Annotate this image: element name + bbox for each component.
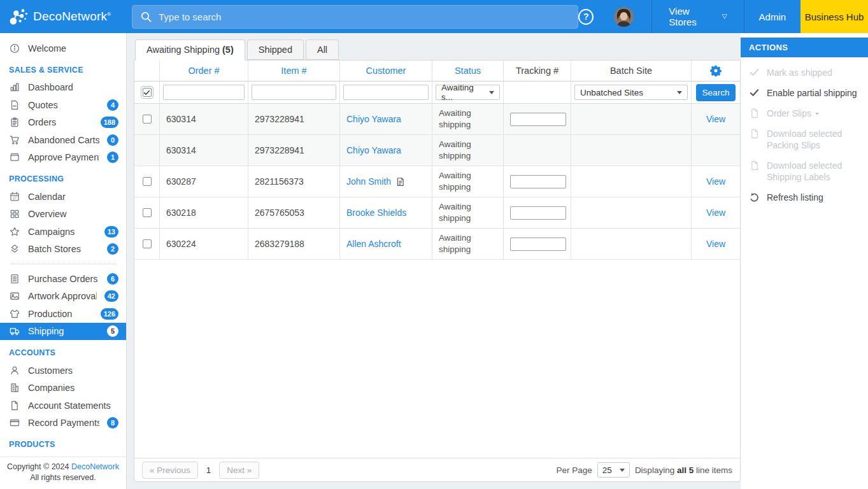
file-icon [749,128,760,139]
orders-badge: 188 [101,117,118,128]
deconetwork-link[interactable]: DecoNetwork [71,462,119,471]
person-icon [9,365,20,376]
table-row: 630224 2683279188 Allen Ashcroft Awaitin… [134,229,740,260]
sidebar-item-campaigns[interactable]: Campaigns 13 [0,223,126,241]
brand-logo[interactable]: DecoNetwork® [0,6,127,27]
sidebar-section-accounts: ACCOUNTS [0,340,126,362]
view-link[interactable]: View [706,239,725,249]
caret-down-icon [815,113,819,115]
customer-link[interactable]: Allen Ashcroft [346,239,401,249]
user-avatar[interactable] [614,7,634,27]
sidebar-section-sales-service: SALES & SERVICE [0,57,126,79]
card-icon [9,418,20,428]
view-link[interactable]: View [706,176,725,187]
sidebar-item-batch-stores[interactable]: Batch Stores 2 [0,241,126,259]
brand-name: DecoNetwork® [33,10,111,24]
sidebar-item-account-statements[interactable]: Account Statements [0,397,126,415]
sidebar-item-approve-payments[interactable]: Approve Payments 1 [0,149,126,167]
action-download-shipping-labels: Download selected Shipping Labels [741,155,868,187]
tab-shipped[interactable]: Shipped [247,39,304,60]
grid-icon [9,209,20,219]
view-link[interactable]: View [706,114,725,124]
sidebar-item-dashboard[interactable]: Dashboard [0,79,126,97]
tracking-input[interactable] [510,237,566,251]
filter-status-select[interactable]: Awaiting s... [436,85,500,100]
caret-down-icon [677,91,682,94]
tracking-input[interactable] [510,206,566,220]
column-header-status[interactable]: Status [432,60,504,81]
table-filter-row: Awaiting s... Unbatched Sites Search [134,82,740,104]
row-checkbox[interactable] [143,239,152,248]
sidebar-item-companies[interactable]: Companies [0,379,126,397]
select-all-checkbox[interactable] [141,86,153,99]
action-enable-partial-shipping[interactable]: Enable partial shipping [741,83,868,103]
filter-item-input[interactable] [252,85,336,100]
item-number: 2973228941 [248,135,340,166]
notes-icon[interactable] [395,177,405,187]
sidebar-item-purchase-orders[interactable]: Purchase Orders 6 [0,270,126,288]
sidebar-item-artwork-approvals[interactable]: Artwork Approvals 42 [0,288,126,306]
search-icon [140,11,152,23]
filter-batch-site-select[interactable]: Unbatched Sites [574,85,688,100]
sidebar-item-production[interactable]: Production 126 [0,305,126,323]
order-number: 630218 [160,197,248,228]
batch-site-cell [571,166,692,197]
sidebar-item-quotes[interactable]: Quotes 4 [0,96,126,114]
sidebar-item-customers[interactable]: Customers [0,362,126,379]
customer-link[interactable]: Chiyo Yawara [346,145,401,155]
admin-button[interactable]: Admin [744,0,801,33]
main-content: Awaiting Shipping(5) Shipped All Order #… [127,33,741,489]
column-header-batch-site: Batch Site [571,60,692,81]
image-icon [9,291,20,301]
row-checkbox[interactable] [143,208,152,217]
sidebar-item-record-payments[interactable]: Record Payments 8 [0,415,126,432]
current-page-number: 1 [203,465,215,475]
row-checkbox[interactable] [143,177,152,186]
actions-panel: ACTIONS Mark as shipped Enable partial s… [741,33,868,489]
search-input[interactable] [159,11,570,22]
table-search-button[interactable]: Search [696,84,736,101]
next-page-button[interactable]: Next » [219,462,259,479]
table-subrow: 630314 2973228941 Chiyo Yawara Awaiting … [134,135,740,166]
order-number: 630287 [160,166,248,197]
sidebar-item-shipping[interactable]: Shipping 5 [0,323,126,341]
sidebar-item-overview[interactable]: Overview [0,206,126,223]
tab-awaiting-shipping[interactable]: Awaiting Shipping(5) [135,39,245,60]
sidebar-footer: Copyright © 2024 DecoNetwork All rights … [0,457,126,489]
tab-all[interactable]: All [306,39,339,60]
sidebar-item-calendar[interactable]: 17 Calendar [0,188,126,206]
customer-link[interactable]: Brooke Shields [346,208,406,218]
caret-down-icon [620,469,625,472]
file-icon [749,108,760,118]
item-number: 2675765053 [248,197,340,228]
tracking-input[interactable] [510,113,566,126]
view-stores-button[interactable]: View Stores ▽ [652,0,743,33]
tracking-input[interactable] [510,175,566,188]
view-link[interactable]: View [706,208,725,218]
customer-link[interactable]: John Smith [346,176,391,187]
customer-link[interactable]: Chiyo Yawara [346,114,401,124]
business-hub-button[interactable]: Business Hub [800,0,868,33]
per-page-select[interactable]: 25 [597,462,630,478]
shipping-table: Order # Item # Customer Status Tracking … [134,60,741,482]
help-icon[interactable]: ? [578,9,594,25]
filter-order-input[interactable] [163,85,245,100]
approve-payments-badge: 1 [107,152,118,163]
sidebar-item-abandoned-carts[interactable]: Abandoned Carts 0 [0,131,126,149]
campaigns-badge: 13 [104,226,118,237]
row-checkbox[interactable] [143,115,152,124]
column-settings[interactable] [692,60,740,81]
column-header-order[interactable]: Order # [160,60,248,81]
column-header-item[interactable]: Item # [248,60,340,81]
sidebar-item-welcome[interactable]: Welcome [0,39,126,57]
action-refresh-listing[interactable]: Refresh listing [741,187,868,208]
svg-text:17: 17 [13,196,17,200]
global-search[interactable] [132,5,578,29]
sidebar-item-orders[interactable]: Orders 188 [0,114,126,132]
filter-customer-input[interactable] [343,85,429,100]
item-number: 2821156373 [248,166,340,197]
column-header-customer[interactable]: Customer [340,60,432,81]
displaying-count: Displaying all 5 line items [635,465,732,475]
sidebar: Welcome SALES & SERVICE Dashboard Quotes… [0,33,127,489]
previous-page-button[interactable]: « Previous [142,462,198,479]
